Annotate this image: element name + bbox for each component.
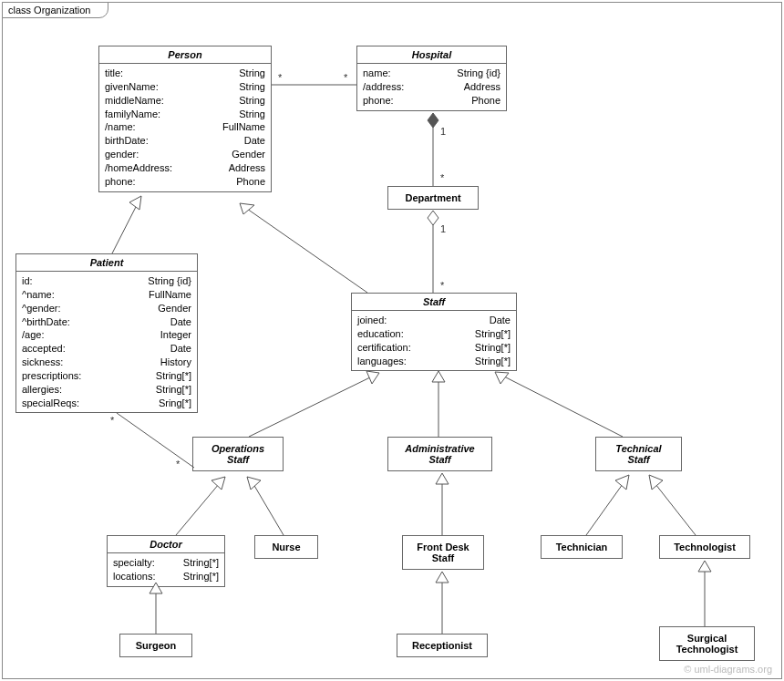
svg-marker-4: [428, 113, 438, 128]
class-surgtech-title: SurgicalTechnologist: [660, 627, 754, 660]
class-staff: Staff joined:Date education:String[*] ce…: [351, 293, 517, 371]
svg-text:*: *: [440, 280, 445, 291]
svg-marker-39: [698, 561, 711, 572]
class-admin-title: AdministrativeStaff: [388, 438, 491, 470]
frame-title: class Organization: [2, 2, 108, 18]
class-technologist: Technologist: [659, 535, 750, 559]
class-department: Department: [387, 186, 479, 210]
svg-text:1: 1: [440, 223, 446, 234]
class-patient-title: Patient: [16, 254, 197, 272]
class-surgeon: Surgeon: [119, 634, 192, 657]
class-hospital-title: Hospital: [357, 46, 506, 64]
class-hospital-body: name:String {id} /address:Address phone:…: [357, 64, 506, 110]
svg-line-32: [655, 484, 696, 535]
class-tech-staff: TechnicalStaff: [595, 437, 682, 471]
svg-marker-25: [211, 477, 225, 490]
class-operations-staff: OperationsStaff: [192, 437, 284, 471]
class-doctor: Doctor specialty:String[*] locations:Str…: [107, 535, 225, 587]
svg-marker-37: [436, 572, 449, 583]
svg-text:*: *: [344, 72, 348, 83]
class-doctor-title: Doctor: [108, 536, 224, 553]
class-person-title: Person: [99, 46, 271, 64]
svg-text:*: *: [278, 72, 283, 83]
class-receptionist-title: Receptionist: [397, 635, 487, 656]
class-frontdesk-title: Front DeskStaff: [403, 536, 483, 569]
class-surgeon-title: Surgeon: [120, 635, 191, 656]
svg-marker-12: [129, 196, 141, 210]
svg-text:*: *: [176, 459, 181, 469]
package-frame: class Organization Person title:String g…: [2, 2, 782, 679]
class-ops-title: OperationsStaff: [193, 438, 283, 470]
svg-text:*: *: [110, 415, 115, 426]
svg-line-15: [117, 413, 194, 468]
svg-marker-33: [649, 475, 663, 490]
class-surgical-technologist: SurgicalTechnologist: [659, 626, 755, 661]
class-tech-title: TechnicalStaff: [596, 438, 681, 470]
svg-marker-29: [436, 473, 449, 484]
svg-marker-19: [366, 371, 379, 384]
class-department-title: Department: [388, 187, 478, 209]
svg-line-24: [176, 484, 219, 535]
svg-marker-8: [428, 211, 438, 225]
class-nurse-title: Nurse: [255, 536, 317, 558]
class-hospital: Hospital name:String {id} /address:Addre…: [356, 46, 507, 111]
class-staff-body: joined:Date education:String[*] certific…: [352, 311, 516, 370]
svg-marker-23: [495, 372, 509, 384]
class-patient-body: id:String {id} ^name:FullName ^gender:Ge…: [16, 272, 197, 412]
watermark: © uml-diagrams.org: [684, 664, 772, 675]
class-technician-title: Technician: [542, 536, 622, 558]
svg-line-30: [586, 484, 623, 535]
class-doctor-body: specialty:String[*] locations:String[*]: [108, 553, 224, 586]
class-technician: Technician: [541, 535, 623, 559]
svg-marker-31: [615, 475, 629, 490]
svg-line-22: [504, 377, 623, 437]
svg-line-26: [253, 484, 284, 535]
svg-line-13: [247, 209, 367, 293]
class-technologist-title: Technologist: [660, 536, 749, 558]
class-person-body: title:String givenName:String middleName…: [99, 64, 271, 191]
class-person: Person title:String givenName:String mid…: [98, 46, 272, 192]
class-nurse: Nurse: [254, 535, 318, 559]
class-admin-staff: AdministrativeStaff: [387, 437, 492, 471]
svg-text:*: *: [440, 172, 445, 183]
svg-line-11: [112, 203, 138, 253]
svg-marker-21: [432, 371, 445, 382]
class-patient: Patient id:String {id} ^name:FullName ^g…: [15, 253, 198, 413]
class-staff-title: Staff: [352, 294, 516, 311]
svg-marker-27: [247, 477, 261, 490]
svg-marker-14: [240, 203, 254, 214]
class-frontdesk: Front DeskStaff: [402, 535, 484, 570]
svg-text:1: 1: [440, 126, 446, 137]
svg-line-18: [249, 377, 372, 437]
class-receptionist: Receptionist: [397, 634, 488, 657]
